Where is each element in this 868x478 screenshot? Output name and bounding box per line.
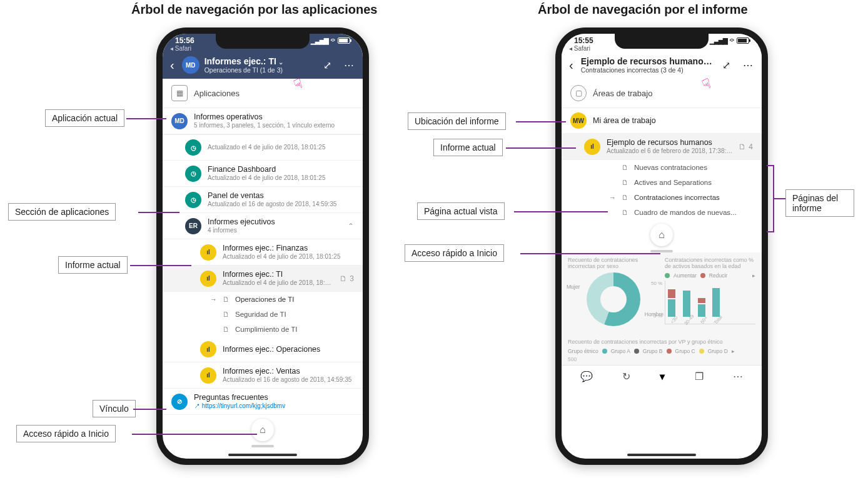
report-page[interactable]: 🗋Nuevas contrataciones: [562, 160, 762, 175]
page-icon: 🗋: [622, 194, 629, 201]
signal-icon: [311, 36, 328, 45]
report-page-current[interactable]: 🗋Contrataciones incorrectas: [562, 190, 762, 205]
home-icon: ⌂: [260, 424, 266, 436]
phone-apps-tree: 15:56 ⌔ ◂ Safari ‹ MD Informes ejec.: TI…: [156, 27, 369, 465]
signal-icon: [710, 36, 727, 45]
home-icon: ⌂: [659, 229, 665, 241]
callout-report-actual: Informe actual: [58, 256, 128, 274]
report-icon: ıl: [584, 139, 600, 155]
pages-icon[interactable]: ❐: [695, 371, 704, 382]
report-icon: ıl: [200, 244, 216, 261]
donut-chart: [587, 272, 640, 326]
home-shortcut[interactable]: ⌂: [650, 224, 673, 246]
dashboard-icon: ◷: [185, 192, 201, 208]
callout-home2: Acceso rápido a Inicio: [405, 244, 504, 262]
chevron-down-icon: ⌄: [278, 59, 283, 66]
home-indicator[interactable]: [228, 454, 297, 456]
home-shortcut[interactable]: ⌂: [251, 419, 274, 441]
report-item[interactable]: ıl Informes ejec.: VentasActualizado el …: [163, 362, 363, 389]
callout-home: Acceso rápido a Inicio: [16, 425, 116, 442]
title-dropdown[interactable]: Informes ejec.: TI⌄ Operaciones de TI (1…: [204, 56, 315, 74]
status-time: 15:56: [175, 36, 194, 45]
expand-icon[interactable]: ⤢: [320, 59, 335, 71]
sheet-grabber[interactable]: [251, 445, 274, 447]
bar-chart: <30 30-49 50+ Total: [665, 281, 755, 324]
more-icon[interactable]: ⋯: [340, 59, 358, 71]
section-aplicaciones[interactable]: ▦ Aplicaciones: [163, 79, 363, 108]
callout-report-actual2: Informe actual: [433, 139, 503, 156]
more-icon[interactable]: ⋯: [733, 371, 743, 382]
apps-icon: ▦: [171, 85, 188, 101]
battery-icon: [338, 37, 350, 44]
list-item[interactable]: ◷ Finance DashboardActualizado el 4 de j…: [163, 161, 363, 187]
nav-list: MD Informes operativos 5 informes, 3 pan…: [163, 108, 363, 415]
report-item[interactable]: ıl Informes ejec.: Operaciones: [163, 337, 363, 362]
app-bar: ‹ Ejemplo de recursos humanos⌄ Contratac…: [562, 54, 762, 79]
bracket-pages: [768, 165, 774, 232]
wifi-icon: ⌔: [331, 37, 335, 44]
bottom-toolbar: 💬 ↻ ▾ ❐ ⋯: [562, 365, 762, 392]
comment-icon[interactable]: 💬: [580, 371, 593, 382]
filter-icon[interactable]: ▾: [660, 371, 665, 382]
workspaces-icon: ▢: [570, 85, 587, 101]
report-icon: ıl: [200, 271, 216, 287]
workspace-item[interactable]: MW Mi área de trabajo: [562, 108, 762, 134]
report-page[interactable]: 🗋Seguridad de TI: [163, 307, 363, 322]
dashboard-icon: ◷: [185, 139, 201, 156]
chevron-down-icon: ⌄: [710, 59, 714, 66]
page-icon: 🗋: [223, 326, 230, 333]
link-item[interactable]: ⊘ Preguntas frecuentes⭧ https://tinyurl.…: [163, 389, 363, 415]
report-page[interactable]: 🗋Actives and Separations: [562, 175, 762, 190]
background-report-preview: Recuento de contrataciones incorrectas p…: [562, 252, 762, 365]
page-icon: 🗋: [223, 311, 230, 318]
current-report-item[interactable]: ıl Informes ejec.: TIActualizado el 4 de…: [163, 266, 363, 292]
report-page[interactable]: 🗋Cuadro de mandos de nuevas...: [562, 205, 762, 220]
page-icon: 🗋: [622, 179, 629, 186]
callout-app-section: Sección de aplicaciones: [8, 203, 116, 221]
chevron-up-icon: ⌃: [348, 222, 354, 231]
callout-report-loc: Ubicación del informe: [408, 112, 506, 130]
section-workspaces[interactable]: ▢ Áreas de trabajo: [562, 79, 762, 108]
current-app-item[interactable]: MD Informes operativos 5 informes, 3 pan…: [163, 108, 363, 134]
app-bar: ‹ MD Informes ejec.: TI⌄ Operaciones de …: [163, 54, 363, 79]
callout-page-current: Página actual vista: [417, 202, 505, 220]
report-icon: ıl: [200, 367, 216, 384]
refresh-icon[interactable]: ↻: [622, 371, 630, 382]
app-avatar: MD: [182, 56, 199, 74]
nav-list: MW Mi área de trabajo ıl Ejemplo de recu…: [562, 108, 762, 220]
page-icon: 🗋: [223, 296, 230, 303]
avatar-md: MD: [171, 113, 188, 129]
heading-left: Árbol de navegación por las aplicaciones: [131, 2, 377, 17]
report-item[interactable]: ıl Informes ejec.: FinanzasActualizado e…: [163, 239, 363, 266]
callout-link: Vínculo: [93, 400, 136, 417]
list-item[interactable]: ◷ Panel de ventasActualizado el 16 de ag…: [163, 187, 363, 213]
phone-report-tree: 15:55 ➤ ⌔ ◂ Safari ‹ Ejemplo de recursos…: [555, 27, 768, 465]
page-icon: 🗋: [340, 274, 347, 283]
heading-right: Árbol de navegación por el informe: [538, 2, 748, 17]
status-time: 15:55: [574, 36, 593, 45]
page-icon: 🗋: [622, 164, 629, 171]
more-icon[interactable]: ⋯: [739, 59, 757, 71]
back-button[interactable]: ‹: [567, 58, 576, 72]
page-icon: 🗋: [622, 209, 629, 216]
dashboard-icon: ◷: [185, 166, 201, 182]
wifi-icon: ⌔: [730, 37, 734, 44]
current-report-item[interactable]: ıl Ejemplo de recursos humanosActualizad…: [562, 134, 762, 160]
report-page[interactable]: 🗋Cumplimiento de TI: [163, 322, 363, 337]
avatar-mw: MW: [570, 112, 587, 129]
home-indicator[interactable]: [627, 454, 696, 456]
expand-icon[interactable]: ⤢: [719, 59, 734, 71]
back-button[interactable]: ‹: [168, 58, 177, 72]
avatar-er: ER: [185, 218, 201, 234]
app-section-item[interactable]: ER Informes ejecutivos4 informes ⌃: [163, 213, 363, 239]
callout-report-pages: Páginas del informe: [785, 189, 854, 217]
report-page-current[interactable]: 🗋Operaciones de TI: [163, 292, 363, 307]
report-icon: ıl: [200, 341, 216, 357]
truncated-item[interactable]: ◷ Actualizado el 4 de julio de 2018, 18:…: [163, 134, 363, 161]
title-dropdown[interactable]: Ejemplo de recursos humanos⌄ Contratacio…: [581, 56, 714, 74]
link-icon: ⊘: [171, 394, 188, 410]
page-icon: 🗋: [739, 142, 746, 151]
battery-icon: [737, 37, 749, 44]
callout-app-actual: Aplicación actual: [45, 109, 124, 127]
external-link-icon: ⭧: [194, 402, 200, 409]
